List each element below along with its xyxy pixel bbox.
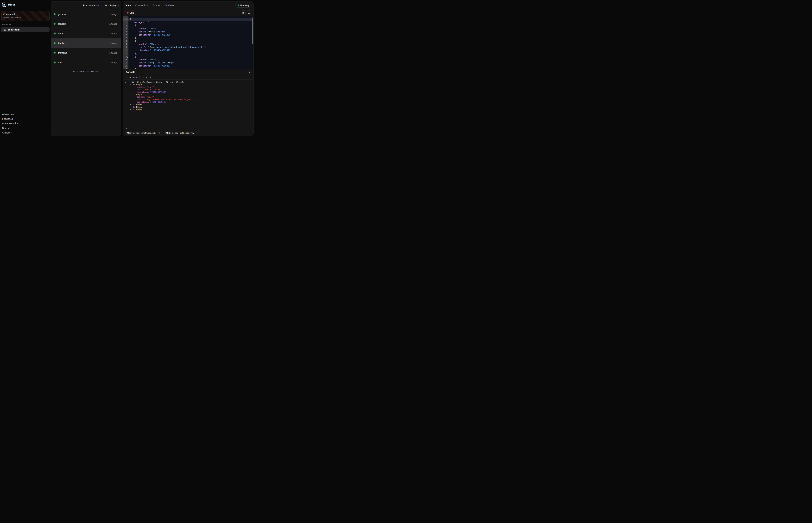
code-content: "timestamp": 1764043999867: [128, 64, 253, 67]
tree-object-row[interactable]: ▶4: Object: [131, 108, 253, 111]
code-line: 3{: [123, 24, 253, 27]
sidebar: R Rivet Connected http://localhost:6420 …: [0, 0, 51, 137]
code-line: 9"sender": "User",: [123, 42, 253, 46]
actor-row[interactable]: frontend1m ago: [51, 48, 121, 58]
live-badge[interactable]: Live: [125, 11, 136, 15]
actor-row[interactable]: dogs1m ago: [51, 29, 121, 38]
tree-object-row[interactable]: ▶3: Object: [131, 106, 253, 108]
expander-open-icon[interactable]: ▼: [128, 81, 131, 83]
expander-closed-icon[interactable]: ▶: [131, 106, 133, 108]
sidebar-link-github[interactable]: GitHub: [2, 130, 49, 135]
tab-events[interactable]: Events: [153, 1, 160, 9]
save-button[interactable]: [241, 11, 245, 15]
fold-chevron-icon[interactable]: [127, 56, 128, 57]
rpc-shortcut-button[interactable]: RPCactor.sendMessage(...): [125, 131, 162, 135]
users-icon: [3, 29, 6, 31]
actors-toolbar: Create Actor Display: [51, 1, 121, 10]
object-index: 3: [133, 106, 134, 108]
actor-name: frontend: [58, 51, 107, 54]
state-json-editor[interactable]: 1{2"messages": [3{4"sender": "User",5"te…: [123, 16, 253, 69]
connection-status-card[interactable]: Connected http://localhost:6420: [1, 11, 50, 21]
expander-open-icon[interactable]: ▼: [131, 84, 133, 85]
fold-chevron-icon[interactable]: [127, 25, 128, 26]
actor-last-active: 1m ago: [109, 61, 117, 64]
sidebar-link-documentation[interactable]: Documentation: [2, 121, 49, 126]
property-value: 1764043991880: [150, 91, 166, 93]
actor-name: general: [58, 13, 107, 16]
rpc-shortcut-button[interactable]: RPCactor.getHistory(...): [164, 131, 200, 135]
line-number: 3: [123, 24, 128, 27]
editor-scrollbar[interactable]: [252, 18, 253, 44]
prompt-chevron-icon: [125, 76, 127, 78]
tree-object-row[interactable]: ▼1: Object: [131, 93, 253, 96]
line-number: 14: [123, 58, 128, 61]
code-content: "sender": "User",: [128, 27, 253, 30]
rpc-shortcuts: RPCactor.sendMessage(...)RPCactor.getHis…: [123, 130, 253, 136]
expander-closed-icon[interactable]: ▶: [131, 104, 133, 105]
sidebar-link-whats-new-[interactable]: Whats new?: [2, 112, 49, 116]
console-header[interactable]: Console: [123, 69, 253, 75]
chevron-down-icon[interactable]: [248, 71, 251, 73]
sidebar-link-feedback[interactable]: Feedback: [2, 116, 49, 121]
fold-chevron-icon[interactable]: [127, 41, 128, 42]
rpc-chip: RPC: [126, 131, 132, 134]
property-value: "User": [146, 86, 154, 88]
echo-method-link[interactable]: getHistory: [136, 76, 149, 78]
property-value: " Nay, answer me. Stand and unfold yours…: [144, 98, 199, 101]
external-link-icon: [12, 127, 13, 129]
tree-object-row[interactable]: ▼0: Object: [131, 83, 253, 86]
line-number: 8: [123, 39, 128, 42]
property-key: timestamp: [137, 101, 148, 103]
green-status-dot: [54, 23, 55, 25]
code-content: "text": "Long live the King!",: [128, 61, 253, 64]
actors-empty-message: No more Actors to load.: [51, 67, 121, 73]
inspector-tabs: StateConnectionsEventsDatabase Running: [123, 1, 253, 9]
tab-database[interactable]: Database: [165, 1, 174, 9]
code-content: "text": "Who’s there?",: [128, 30, 253, 33]
code-line: 14"sender": "User",: [123, 58, 253, 61]
tree-property-row: timestamp: 1764043991880: [137, 91, 253, 93]
console-title: Console: [125, 71, 135, 73]
actor-row[interactable]: cats1m ago: [51, 58, 121, 68]
expander-open-icon[interactable]: ▼: [131, 94, 133, 95]
instances-heading: Instances: [2, 23, 11, 25]
line-number: 17: [123, 67, 128, 69]
green-status-dot: [54, 42, 55, 44]
external-link-icon: [11, 132, 13, 133]
actor-row[interactable]: backend1m ago: [51, 38, 121, 48]
object-index: 0: [133, 84, 134, 86]
actor-name: cats: [58, 61, 107, 64]
code-line: 15"text": "Long live the King!",: [123, 61, 253, 64]
display-button[interactable]: Display: [103, 3, 119, 8]
colon: :: [144, 96, 146, 98]
brand-name: Rivet: [8, 3, 15, 6]
actor-last-active: 1m ago: [109, 42, 117, 44]
rpc-label: actor.getHistory(...): [172, 132, 198, 134]
property-key: text: [137, 98, 142, 101]
console-history-entry: actor.getHistory(): [123, 75, 253, 80]
line-number: 4: [123, 27, 128, 30]
connection-url: http://localhost:6420: [3, 16, 48, 19]
revert-button[interactable]: [247, 11, 252, 15]
sidebar-link-label: Whats new?: [2, 113, 16, 116]
sidebar-item-chatroom[interactable]: chatRoom: [1, 27, 50, 32]
actor-row[interactable]: general2m ago: [51, 10, 121, 19]
tree-object-row[interactable]: ▶2: Object: [131, 103, 253, 106]
sidebar-link-discord[interactable]: Discord: [2, 126, 49, 130]
code-line: 16"timestamp": 1764043999867: [123, 64, 253, 67]
sliders-icon: [105, 4, 107, 7]
object-label: : Object: [134, 103, 143, 106]
tab-state[interactable]: State: [125, 1, 131, 9]
code-content: },: [128, 52, 253, 55]
actor-row[interactable]: random1m ago: [51, 19, 121, 29]
code-content: "sender": "User",: [128, 42, 253, 46]
fold-chevron-icon[interactable]: [127, 19, 128, 20]
console-input[interactable]: [123, 126, 253, 130]
fold-chevron-icon[interactable]: [127, 22, 128, 23]
actor-list: general2m agorandom1m agodogs1m agobacke…: [51, 10, 121, 67]
expander-closed-icon[interactable]: ▶: [131, 109, 133, 110]
colon: :: [144, 86, 146, 88]
code-content: "sender": "User",: [128, 58, 253, 61]
create-actor-button[interactable]: Create Actor: [81, 3, 102, 8]
tab-connections[interactable]: Connections: [135, 1, 149, 9]
